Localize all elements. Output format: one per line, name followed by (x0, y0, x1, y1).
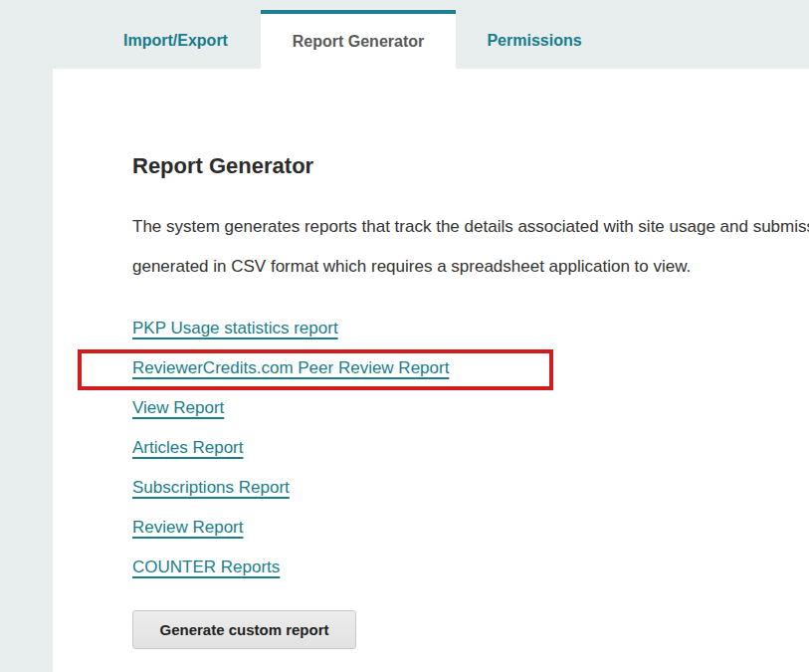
link-pkp-usage-statistics-report[interactable]: PKP Usage statistics report (132, 319, 338, 337)
link-reviewercredits-peer-review-report[interactable]: ReviewerCredits.com Peer Review Report (132, 358, 449, 377)
list-item: Articles Report (132, 428, 449, 468)
list-item: PKP Usage statistics report (132, 309, 449, 348)
tab-import-export-label: Import/Export (123, 32, 228, 50)
tab-permissions[interactable]: Permissions (460, 0, 609, 69)
link-subscriptions-report[interactable]: Subscriptions Report (132, 478, 290, 497)
description-line-2: generated in CSV format which requires a… (132, 247, 809, 287)
report-generator-description: The system generates reports that track … (132, 207, 809, 287)
generate-custom-report-button[interactable]: Generate custom report (132, 610, 356, 649)
link-review-report[interactable]: Review Report (132, 518, 244, 537)
list-item: Review Report (132, 508, 449, 548)
report-links-list: PKP Usage statistics report ReviewerCred… (132, 309, 449, 587)
list-item: COUNTER Reports (132, 548, 449, 587)
link-counter-reports[interactable]: COUNTER Reports (132, 558, 280, 576)
tab-permissions-label: Permissions (487, 32, 581, 50)
tab-import-export[interactable]: Import/Export (93, 0, 259, 69)
list-item: ReviewerCredits.com Peer Review Report (132, 348, 449, 388)
page-title: Report Generator (132, 153, 313, 179)
list-item: Subscriptions Report (132, 468, 449, 508)
link-view-report[interactable]: View Report (132, 398, 224, 417)
tab-bar: Import/Export Report Generator Permissio… (0, 0, 809, 69)
tab-report-generator[interactable]: Report Generator (261, 10, 456, 69)
list-item: View Report (132, 388, 449, 428)
tab-report-generator-label: Report Generator (293, 33, 424, 51)
link-articles-report[interactable]: Articles Report (132, 438, 243, 457)
description-line-1: The system generates reports that track … (132, 207, 809, 247)
